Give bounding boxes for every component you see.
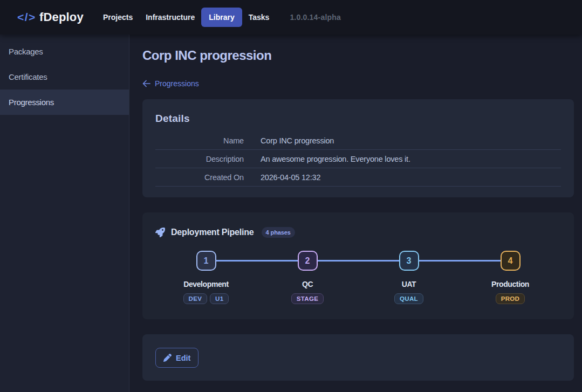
app-version: 1.0.0.14-alpha bbox=[290, 13, 341, 22]
nav-item-projects[interactable]: Projects bbox=[97, 8, 139, 27]
back-link[interactable]: Progressions bbox=[142, 78, 199, 89]
phase-name: UAT bbox=[402, 280, 416, 289]
app-shell: PackagesCertificatesProgressions Corp IN… bbox=[0, 35, 582, 392]
phase-tags: STAGE bbox=[291, 293, 324, 304]
phase-node-2: 2 bbox=[298, 251, 318, 271]
sidebar-item-packages[interactable]: Packages bbox=[0, 39, 129, 64]
phase-qc: 2QCSTAGE bbox=[257, 251, 358, 304]
detail-value: 2026-04-05 12:32 bbox=[261, 173, 320, 182]
sidebar-item-progressions[interactable]: Progressions bbox=[0, 90, 129, 115]
phase-tags: QUAL bbox=[394, 293, 423, 304]
detail-row-name: NameCorp INC progression bbox=[155, 132, 561, 150]
detail-value: Corp INC progression bbox=[261, 136, 334, 145]
nav-item-library[interactable]: Library bbox=[201, 8, 242, 27]
detail-row-description: DescriptionAn awesome progression. Every… bbox=[155, 150, 561, 168]
rocket-icon bbox=[155, 228, 165, 237]
tag-stage: STAGE bbox=[291, 293, 324, 304]
phase-node-1: 1 bbox=[196, 251, 216, 271]
details-card: Details NameCorp INC progressionDescript… bbox=[142, 99, 574, 197]
page-title: Corp INC progression bbox=[142, 47, 574, 64]
arrow-left-icon bbox=[142, 80, 150, 87]
phase-name: Development bbox=[183, 280, 229, 289]
nav-item-infrastructure[interactable]: Infrastructure bbox=[139, 8, 201, 27]
phase-tags: PROD bbox=[496, 293, 525, 304]
details-table: NameCorp INC progressionDescriptionAn aw… bbox=[155, 132, 561, 187]
sidebar-item-certificates[interactable]: Certificates bbox=[0, 64, 129, 90]
phase-uat: 3UATQUAL bbox=[358, 251, 460, 304]
phase-node-3: 3 bbox=[399, 251, 419, 271]
detail-label: Created On bbox=[155, 173, 244, 182]
detail-value: An awesome progression. Everyone loves i… bbox=[261, 155, 410, 163]
nav-item-tasks[interactable]: Tasks bbox=[242, 8, 276, 27]
detail-row-created-on: Created On2026-04-05 12:32 bbox=[155, 168, 561, 187]
tag-dev: DEV bbox=[183, 293, 208, 304]
phase-grid: 1DevelopmentDEVU12QCSTAGE3UATQUAL4Produc… bbox=[155, 251, 561, 304]
sidebar: PackagesCertificatesProgressions bbox=[0, 35, 129, 392]
details-title: Details bbox=[155, 112, 561, 125]
phase-production: 4ProductionPROD bbox=[460, 251, 561, 304]
edit-button[interactable]: Edit bbox=[155, 348, 198, 368]
topbar-nav: ProjectsInfrastructureLibraryTasks bbox=[97, 8, 276, 27]
code-brackets-icon: </> bbox=[17, 11, 36, 24]
phase-tags: DEVU1 bbox=[183, 293, 229, 304]
tag-qual: QUAL bbox=[394, 293, 423, 304]
app-logo[interactable]: </> fDeploy bbox=[17, 10, 84, 24]
pipeline-diagram: 1DevelopmentDEVU12QCSTAGE3UATQUAL4Produc… bbox=[155, 251, 561, 304]
actions-card: Edit bbox=[142, 334, 574, 381]
tag-prod: PROD bbox=[496, 293, 525, 304]
pipeline-title: Deployment Pipeline bbox=[171, 226, 254, 238]
app-name: fDeploy bbox=[39, 10, 84, 24]
phase-node-4: 4 bbox=[501, 251, 521, 271]
topbar: </> fDeploy ProjectsInfrastructureLibrar… bbox=[0, 0, 582, 35]
detail-label: Description bbox=[155, 155, 244, 163]
pencil-icon bbox=[163, 354, 172, 362]
tag-u1: U1 bbox=[210, 293, 229, 304]
detail-label: Name bbox=[155, 136, 244, 145]
phase-count-badge: 4 phases bbox=[262, 227, 295, 238]
pipeline-header: Deployment Pipeline 4 phases bbox=[155, 226, 561, 238]
edit-button-label: Edit bbox=[176, 354, 190, 362]
main-content: Corp INC progression Progressions Detail… bbox=[129, 35, 582, 392]
back-link-label: Progressions bbox=[155, 78, 199, 89]
pipeline-card: Deployment Pipeline 4 phases 1Developmen… bbox=[142, 212, 574, 319]
phase-name: QC bbox=[302, 280, 313, 289]
phase-development: 1DevelopmentDEVU1 bbox=[155, 251, 257, 304]
phase-name: Production bbox=[491, 280, 529, 289]
